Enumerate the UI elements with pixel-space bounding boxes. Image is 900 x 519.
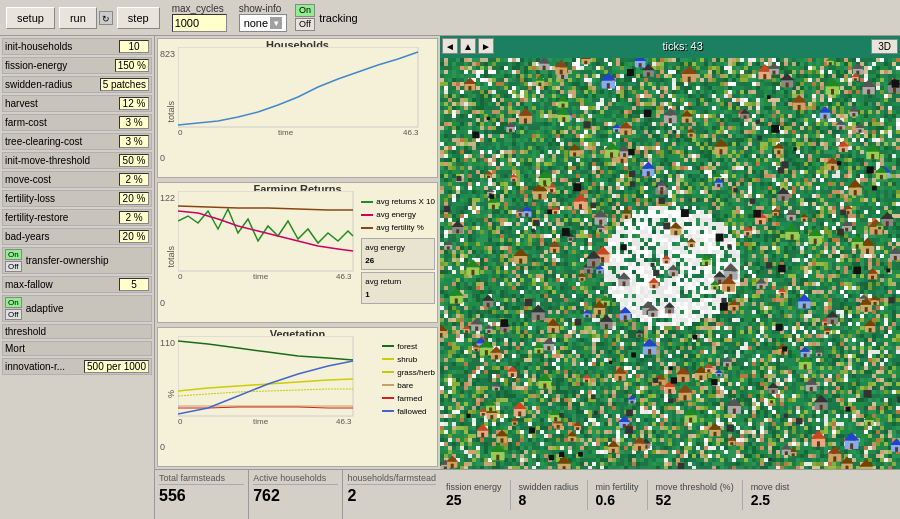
param-name: fission-energy (5, 60, 115, 71)
param-tree-clearing-cost: tree-clearing-cost 3 % (2, 133, 152, 150)
legend-label: farmed (397, 392, 422, 405)
center-panel: Households 823 0 0 time 46.3 totals Farm… (155, 36, 440, 519)
center-bottom-stats: Total farmsteads 556 Active households 7… (155, 469, 440, 519)
param-adaptive: On Off adaptive (2, 295, 152, 322)
show-info-select[interactable]: none ▼ (239, 14, 287, 32)
legend-label: avg energy (376, 208, 416, 221)
adaptive-on-button[interactable]: On (5, 297, 22, 308)
svg-text:46.3: 46.3 (336, 272, 352, 281)
tracking-label: tracking (319, 12, 358, 24)
param-name: fertility-loss (5, 193, 119, 204)
max-cycles-label: max_cycles (172, 3, 224, 14)
svg-text:time: time (253, 272, 269, 281)
avg-energy-label: avg energy (365, 241, 431, 254)
tracking-off-button[interactable]: Off (295, 18, 315, 31)
divider (647, 480, 648, 510)
param-transfer-ownership: On Off transfer-ownership (2, 247, 152, 274)
max-cycles-input[interactable] (172, 14, 227, 32)
stat-fission-energy: fission energy 25 (446, 482, 502, 508)
avg-energy-box: avg energy 26 (361, 238, 435, 270)
legend-color-icon (361, 214, 373, 216)
stat-move-dist: move dist 2.5 (751, 482, 790, 508)
stat-move-threshold: move threshold (%) 52 (656, 482, 734, 508)
param-value[interactable]: 10 (119, 40, 149, 53)
stat-value: 0.6 (596, 492, 639, 508)
param-fertility-restore: fertility-restore 2 % (2, 209, 152, 226)
dropdown-arrow-icon: ▼ (270, 17, 282, 29)
threshold-label: threshold (5, 326, 149, 337)
param-value[interactable]: 2 % (119, 173, 149, 186)
param-name: init-move-threshold (5, 155, 119, 166)
map-canvas[interactable] (440, 58, 900, 469)
stat-label: min fertility (596, 482, 639, 492)
param-value[interactable]: 500 per 1000 (84, 360, 149, 373)
stat-label: Active households (253, 473, 338, 485)
legend-color-icon (382, 345, 394, 347)
transfer-on-button[interactable]: On (5, 249, 22, 260)
param-threshold: threshold (2, 324, 152, 339)
bottom-right-stats: fission energy 25 swidden radius 8 min f… (440, 469, 900, 519)
map-nav-left-icon[interactable]: ◄ (442, 38, 458, 54)
param-name: max-fallow (5, 279, 119, 290)
param-value[interactable]: 150 % (115, 59, 149, 72)
run-group: run ↻ (59, 7, 113, 29)
farming-chart: Farming Returns 122 0 0 time 46.3 avg re… (157, 182, 438, 322)
run-refresh-icon[interactable]: ↻ (99, 11, 113, 25)
ticks-label: ticks: (662, 40, 687, 52)
main-area: init-households 10 fission-energy 150 % … (0, 36, 900, 519)
transfer-off-button[interactable]: Off (5, 261, 22, 272)
tracking-toggle: On Off (295, 4, 315, 31)
show-info-label: show-info (239, 3, 287, 14)
households-y-label: totals (166, 101, 176, 123)
adaptive-off-button[interactable]: Off (5, 309, 22, 320)
param-value[interactable]: 3 % (119, 135, 149, 148)
tracking-on-button[interactable]: On (295, 4, 315, 17)
toolbar: setup run ↻ step max_cycles show-info no… (0, 0, 900, 36)
right-panel: ◄ ▲ ► ticks: 43 3D fission energy 25 (440, 36, 900, 519)
adaptive-toggle: On Off (5, 297, 22, 320)
param-value[interactable]: 2 % (119, 211, 149, 224)
vegetation-chart-svg: 0 time 46.3 (178, 336, 373, 431)
setup-button[interactable]: setup (6, 7, 55, 29)
map-header: ◄ ▲ ► ticks: 43 3D (442, 38, 898, 54)
legend-item: avg returns X 10 (361, 195, 435, 208)
param-name: adaptive (26, 303, 149, 314)
divider (510, 480, 511, 510)
stat-value: 52 (656, 492, 734, 508)
param-harvest: harvest 12 % (2, 95, 152, 112)
param-name: innovation-r... (5, 361, 84, 372)
run-button[interactable]: run (59, 7, 97, 29)
legend-item: forest (382, 340, 435, 353)
param-value[interactable]: 12 % (119, 97, 149, 110)
legend-label: avg returns X 10 (376, 195, 435, 208)
param-value[interactable]: 20 % (119, 230, 149, 243)
households-y-min: 0 (160, 153, 165, 163)
param-value[interactable]: 5 patches (100, 78, 149, 91)
avg-return-box: avg return 1 (361, 272, 435, 304)
stat-min-fertility: min fertility 0.6 (596, 482, 639, 508)
stat-label: move threshold (%) (656, 482, 734, 492)
param-value[interactable]: 20 % (119, 192, 149, 205)
stat-label: move dist (751, 482, 790, 492)
param-value[interactable]: 50 % (119, 154, 149, 167)
vegetation-y-label: % (166, 390, 176, 398)
param-max-fallow: max-fallow 5 (2, 276, 152, 293)
stat-label: swidden radius (519, 482, 579, 492)
3d-button[interactable]: 3D (871, 39, 898, 54)
legend-color-icon (382, 397, 394, 399)
farming-y-max: 122 (160, 193, 175, 203)
legend-label: fallowed (397, 405, 426, 418)
map-nav-up-icon[interactable]: ▲ (460, 38, 476, 54)
map-nav-right-icon[interactable]: ► (478, 38, 494, 54)
legend-label: avg fertility % (376, 221, 424, 234)
param-name: transfer-ownership (26, 255, 149, 266)
households-chart: Households 823 0 0 time 46.3 totals (157, 38, 438, 178)
param-value[interactable]: 3 % (119, 116, 149, 129)
divider (742, 480, 743, 510)
param-value[interactable]: 5 (119, 278, 149, 291)
param-init-households: init-households 10 (2, 38, 152, 55)
param-bad-years: bad-years 20 % (2, 228, 152, 245)
avg-return-label: avg return (365, 275, 431, 288)
households-y-max: 823 (160, 49, 175, 59)
step-button[interactable]: step (117, 7, 160, 29)
